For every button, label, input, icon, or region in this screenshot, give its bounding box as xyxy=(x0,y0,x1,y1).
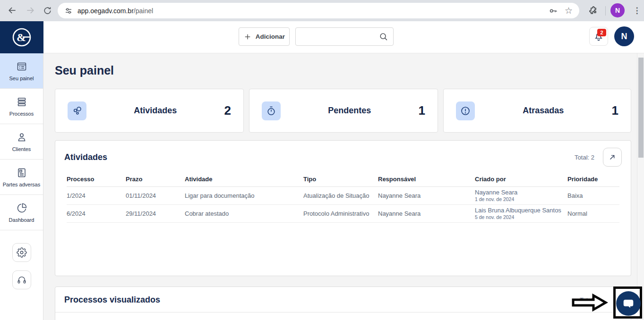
stat-icon-wrap xyxy=(456,101,475,120)
password-key-icon[interactable] xyxy=(549,6,558,16)
cell-responsavel: Nayanne Seara xyxy=(378,192,475,199)
cell-prioridade: Normal xyxy=(567,210,619,217)
activities-panel: Atividades Total: 2 Processo Prazo Ativi… xyxy=(55,140,631,276)
puzzle-icon xyxy=(589,6,598,15)
stopwatch-icon xyxy=(266,105,277,117)
cell-tipo: Atualização de Situação xyxy=(303,192,378,199)
bubbles-icon xyxy=(71,105,83,117)
app-logo[interactable]: & xyxy=(0,21,43,53)
add-button[interactable]: Adicionar xyxy=(239,27,290,46)
sidebar-item-dashboard[interactable]: Dashboard xyxy=(0,195,43,230)
extensions-button[interactable] xyxy=(586,3,601,18)
table-row[interactable]: 6/2024 29/11/2024 Cobrar atestado Protoc… xyxy=(67,205,619,223)
table-row[interactable]: 1/2024 01/11/2024 Ligar para documentaçã… xyxy=(67,187,619,205)
cell-responsavel: Nayanne Seara xyxy=(378,210,475,217)
chat-bubble-icon xyxy=(622,297,635,310)
browser-refresh-button[interactable] xyxy=(40,3,55,18)
alert-circle-icon xyxy=(460,105,471,117)
activities-expand-button[interactable] xyxy=(603,148,622,167)
scrollbar[interactable] xyxy=(637,53,644,320)
activities-panel-header: Atividades Total: 2 xyxy=(55,141,631,171)
stat-icon-wrap xyxy=(68,101,86,120)
support-button[interactable] xyxy=(12,270,31,289)
forward-arrow-icon xyxy=(26,6,35,15)
stat-card-atrasadas[interactable]: Atrasadas 1 xyxy=(443,89,631,133)
stat-label: Atrasadas xyxy=(475,106,612,116)
chat-widget-button[interactable] xyxy=(616,291,641,316)
col-criado-por: Criado por xyxy=(475,176,567,183)
cell-tipo: Protocolo Administrativo xyxy=(303,210,378,217)
page-title: Seu painel xyxy=(55,64,114,77)
person-icon xyxy=(16,132,27,143)
sidebar-item-processos[interactable]: Processos xyxy=(0,89,43,124)
col-processo: Processo xyxy=(67,176,126,183)
pie-chart-icon xyxy=(16,202,27,214)
address-bar[interactable]: app.oegadv.com.br/painel ☆ xyxy=(58,3,579,18)
stat-card-pendentes[interactable]: Pendentes 1 xyxy=(249,89,438,133)
headset-icon xyxy=(17,275,27,285)
screen: app.oegadv.com.br/painel ☆ N ⋮ & Adicion… xyxy=(0,0,644,320)
sidebar-item-label: Dashboard xyxy=(9,217,34,223)
annotation-arrow xyxy=(571,293,609,312)
cell-atividade: Ligar para documentação xyxy=(185,192,303,199)
cell-prazo: 01/11/2024 xyxy=(126,192,185,199)
sidebar-item-clientes[interactable]: Clientes xyxy=(0,124,43,160)
browser-toolbar: app.oegadv.com.br/painel ☆ N ⋮ xyxy=(0,0,644,21)
site-settings-icon[interactable] xyxy=(64,7,73,15)
table-header-row: Processo Prazo Atividade Tipo Responsáve… xyxy=(67,171,619,187)
creator-date: 1 de nov. de 2024 xyxy=(475,196,567,202)
cell-atividade: Cobrar atestado xyxy=(185,210,303,217)
gear-icon xyxy=(17,247,27,258)
back-arrow-icon xyxy=(8,6,17,15)
sidebar-item-label: Processos xyxy=(9,111,34,117)
cell-prazo: 29/11/2024 xyxy=(126,210,185,217)
toolbar-divider xyxy=(605,6,606,16)
settings-button[interactable] xyxy=(12,243,31,262)
notification-badge: 2 xyxy=(597,29,606,36)
stat-value: 2 xyxy=(224,103,231,118)
url-text[interactable]: app.oegadv.com.br/painel xyxy=(77,7,549,15)
processes-panel-header: Processos visualizados Total: 5 xyxy=(55,287,631,312)
browser-profile-avatar[interactable]: N xyxy=(610,3,625,17)
app-header: & Adicionar 2 N xyxy=(0,21,644,53)
panel-icon xyxy=(16,61,27,72)
search-icon xyxy=(378,32,388,42)
col-responsavel: Responsável xyxy=(378,176,475,183)
cell-prioridade: Baixa xyxy=(567,192,619,199)
scrollbar-thumb[interactable] xyxy=(638,58,644,158)
user-avatar[interactable]: N xyxy=(614,26,634,46)
creator-name: Nayanne Seara xyxy=(475,189,567,196)
plus-icon xyxy=(243,33,252,41)
browser-forward-button[interactable] xyxy=(23,3,38,18)
creator-name: Lais Bruna Albuquerque Santos xyxy=(475,207,567,214)
sidebar: Seu painel Processos Clientes Partes adv… xyxy=(0,53,43,320)
search-box[interactable] xyxy=(295,27,394,46)
creator-date: 5 de nov. de 2024 xyxy=(475,214,567,220)
col-tipo: Tipo xyxy=(303,176,378,183)
cell-processo: 1/2024 xyxy=(67,192,126,199)
arrow-up-right-icon xyxy=(608,153,617,161)
stat-card-atividades[interactable]: Atividades 2 xyxy=(55,89,244,133)
main-content: Seu painel Atividades 2 Pendentes 1 Atra… xyxy=(43,53,637,320)
sidebar-item-seu-painel[interactable]: Seu painel xyxy=(0,53,43,89)
cell-criado-por: Lais Bruna Albuquerque Santos 5 de nov. … xyxy=(475,207,567,220)
stack-icon xyxy=(16,96,27,108)
bookmark-star-icon[interactable]: ☆ xyxy=(565,6,573,15)
oeg-logo-icon: & xyxy=(10,26,33,49)
contact-card-icon xyxy=(16,167,27,178)
refresh-icon xyxy=(43,6,52,15)
search-input[interactable] xyxy=(301,33,378,41)
activities-total: Total: 2 xyxy=(575,154,594,161)
col-atividade: Atividade xyxy=(185,176,303,183)
processes-panel: Processos visualizados Total: 5 xyxy=(55,286,631,320)
stat-value: 1 xyxy=(419,103,425,118)
add-button-label: Adicionar xyxy=(256,33,285,40)
stat-label: Pendentes xyxy=(281,106,419,116)
url-path: /painel xyxy=(134,7,153,15)
notifications-button[interactable]: 2 xyxy=(589,27,608,46)
sidebar-item-partes-adversas[interactable]: Partes adversas xyxy=(0,160,43,195)
activities-table: Processo Prazo Atividade Tipo Responsáve… xyxy=(67,171,619,223)
browser-back-button[interactable] xyxy=(5,3,20,18)
browser-menu-button[interactable]: ⋮ xyxy=(630,3,644,18)
stat-icon-wrap xyxy=(262,101,281,120)
